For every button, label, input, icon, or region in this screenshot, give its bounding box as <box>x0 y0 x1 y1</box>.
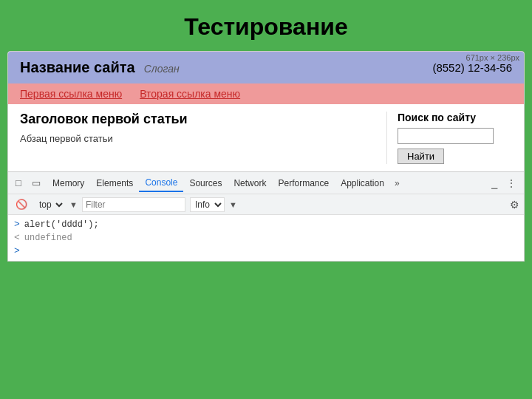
clear-console-button[interactable]: 🚫 <box>13 197 30 211</box>
site-content: Заголовок первой статьи Абзац первой ста… <box>8 104 524 171</box>
settings-icon[interactable]: ⚙ <box>510 199 519 211</box>
site-nav: Первая ссылка меню Вторая ссылка меню <box>8 83 524 104</box>
console-code-1: alert('dddd'); <box>24 218 99 231</box>
console-line-output: < undefined <box>14 231 518 245</box>
context-select[interactable]: top <box>35 199 65 211</box>
article-title: Заголовок первой статьи <box>20 112 386 127</box>
site-main: Заголовок первой статьи Абзац первой ста… <box>20 112 386 164</box>
console-prompt-2: < <box>14 231 20 245</box>
nav-link-2[interactable]: Вторая ссылка меню <box>140 88 240 100</box>
devtools-inspect-icon[interactable]: □ <box>11 176 26 191</box>
slide-title: Тестирование <box>0 0 532 51</box>
dimension-label: 671px × 236px <box>466 53 519 62</box>
devtools-mobile-icon[interactable]: ▭ <box>29 176 44 191</box>
tab-more[interactable]: » <box>390 175 404 191</box>
devtools-toolbar: 🚫 top ▼ Info ▼ ⚙ <box>8 194 524 215</box>
tab-application[interactable]: Application <box>335 175 390 191</box>
nav-link-1[interactable]: Первая ссылка меню <box>20 88 122 100</box>
site-slogan: Слоган <box>144 63 180 75</box>
search-button[interactable]: Найти <box>398 149 444 164</box>
devtools-panel: □ ▭ Memory Elements Console Sources Netw… <box>8 171 524 261</box>
search-label: Поиск по сайту <box>398 112 512 123</box>
tab-console[interactable]: Console <box>139 174 183 192</box>
tab-performance[interactable]: Performance <box>272 175 335 191</box>
log-level-select[interactable]: Info <box>190 197 225 212</box>
filter-input[interactable] <box>82 197 185 212</box>
article-paragraph: Абзац первой статьи <box>20 133 386 144</box>
devtools-close-button[interactable]: ⎯ <box>487 177 502 189</box>
console-prompt-1: > <box>14 218 20 231</box>
devtools-console: > alert('dddd'); < undefined > <box>8 215 524 261</box>
tab-memory[interactable]: Memory <box>47 175 90 191</box>
log-level-arrow: ▼ <box>229 200 237 209</box>
devtools-tabs: □ ▭ Memory Elements Console Sources Netw… <box>8 172 524 194</box>
site-sidebar: Поиск по сайту Найти <box>386 112 512 164</box>
website-preview: 671px × 236px Название сайта Слоган (855… <box>8 52 524 171</box>
tab-elements[interactable]: Elements <box>90 175 139 191</box>
console-line-empty: > <box>14 245 518 258</box>
console-line-input: > alert('dddd'); <box>14 218 518 231</box>
search-input[interactable] <box>398 128 494 144</box>
devtools-more-options[interactable]: ⋮ <box>502 177 521 189</box>
tab-sources[interactable]: Sources <box>183 175 228 191</box>
console-output-1: undefined <box>24 231 72 245</box>
site-header: Название сайта Слоган (8552) 12-34-56 <box>8 52 524 83</box>
site-title: Название сайта <box>20 59 135 76</box>
console-prompt-3: > <box>14 245 20 258</box>
site-phone: (8552) 12-34-56 <box>432 61 512 74</box>
context-arrow: ▼ <box>69 200 78 209</box>
browser-window: 671px × 236px Название сайта Слоган (855… <box>7 51 525 262</box>
tab-network[interactable]: Network <box>228 175 272 191</box>
